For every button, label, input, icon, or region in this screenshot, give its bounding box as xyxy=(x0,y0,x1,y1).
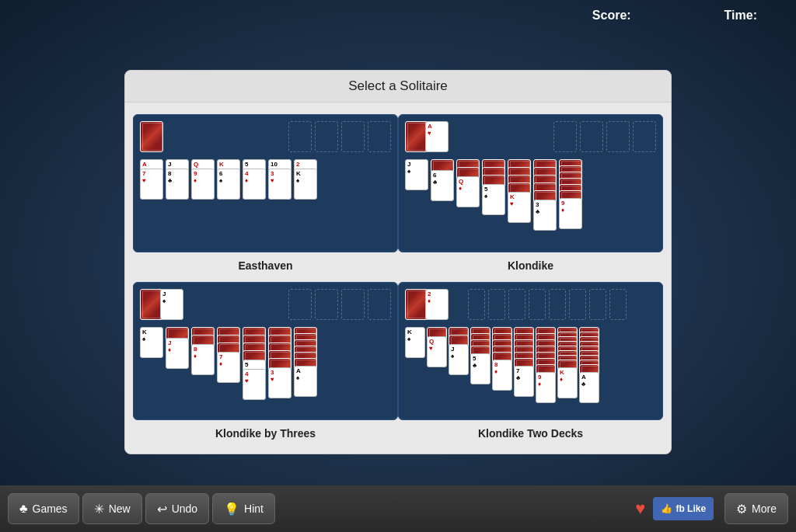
easthaven-preview: A♥ 7♥ J♠ 8♣ xyxy=(140,121,391,245)
game-grid: A♥ 7♥ J♠ 8♣ xyxy=(125,103,671,454)
game-preview-klondike-threes[interactable]: J♠ K♠ xyxy=(133,282,398,420)
fb-like-label: fb Like xyxy=(676,503,706,514)
card: 3♥ xyxy=(268,169,292,200)
empty-slot xyxy=(569,289,586,320)
waste-card: 2♦ xyxy=(425,289,449,320)
empty-slot xyxy=(633,121,656,152)
card: 9♦ xyxy=(191,169,215,200)
heart-area: ♥ 👍 fb Like xyxy=(635,497,714,520)
klondike-two-preview: 2♦ xyxy=(405,289,656,413)
undo-icon: ↩ xyxy=(157,502,167,516)
header: Score: Time: xyxy=(0,0,796,31)
deck-card xyxy=(140,121,163,152)
games-label: Games xyxy=(33,502,68,515)
card: 7♥ xyxy=(140,169,163,200)
empty-slot xyxy=(368,121,391,152)
waste-card: J♠ xyxy=(160,289,183,320)
card: 5♣ xyxy=(470,353,491,384)
card: 6♣ xyxy=(431,170,454,201)
card: 7♦ xyxy=(217,352,240,383)
card: K♠ xyxy=(140,327,163,358)
card: 4♦ xyxy=(243,169,266,200)
games-button[interactable]: ♣ Games xyxy=(8,493,79,524)
game-cell-klondike-threes[interactable]: J♠ K♠ xyxy=(133,278,398,446)
card: A♣ xyxy=(579,372,599,403)
card: 8♦ xyxy=(492,360,512,391)
card: J♦ xyxy=(166,338,189,369)
card: J♠ xyxy=(405,159,428,190)
card: 8♣ xyxy=(166,169,189,200)
card: 5♠ xyxy=(482,184,505,215)
card: 9♦ xyxy=(536,372,556,403)
undo-label: Undo xyxy=(172,502,197,515)
fb-like-button[interactable]: 👍 fb Like xyxy=(653,497,714,520)
card: 6♠ xyxy=(217,169,240,200)
card: 4♥ xyxy=(243,369,266,400)
game-preview-klondike-two[interactable]: 2♦ xyxy=(398,282,663,420)
card: Q♥ xyxy=(427,336,447,367)
games-icon: ♣ xyxy=(19,502,28,516)
game-preview-klondike[interactable]: A♥ J♠ xyxy=(398,114,663,252)
score-label: Score: xyxy=(592,9,631,23)
empty-slot xyxy=(288,121,312,152)
more-label: More xyxy=(752,502,777,515)
empty-slot xyxy=(315,121,338,152)
card: 3♥ xyxy=(268,367,292,398)
hint-button[interactable]: 💡 Hint xyxy=(212,493,275,524)
card: K♦ xyxy=(557,367,578,398)
card: K♥ xyxy=(508,192,531,223)
empty-slot xyxy=(468,289,485,320)
empty-slot xyxy=(549,289,566,320)
fb-thumb-icon: 👍 xyxy=(661,503,672,514)
empty-slot xyxy=(508,289,525,320)
empty-slot xyxy=(488,289,505,320)
game-label-klondike-threes: Klondike by Threes xyxy=(215,424,316,446)
time-label: Time: xyxy=(724,9,757,23)
game-label-klondike-two: Klondike Two Decks xyxy=(478,424,583,446)
dialog-title: Select a Solitaire xyxy=(125,71,671,103)
empty-slot xyxy=(553,121,577,152)
heart-icon: ♥ xyxy=(635,499,645,519)
game-preview-easthaven[interactable]: A♥ 7♥ J♠ 8♣ xyxy=(133,114,398,252)
empty-slot xyxy=(580,121,603,152)
new-icon: ✳ xyxy=(94,502,104,516)
empty-slot xyxy=(609,289,627,320)
undo-button[interactable]: ↩ Undo xyxy=(145,493,209,524)
card: 9♦ xyxy=(559,198,582,229)
empty-slot xyxy=(368,289,391,320)
new-label: New xyxy=(109,502,131,515)
waste-card: A♥ xyxy=(425,121,449,152)
empty-slot xyxy=(589,289,606,320)
empty-slot xyxy=(288,289,312,320)
empty-slot xyxy=(315,289,338,320)
card: A♠ xyxy=(294,366,317,397)
klondike-preview: A♥ J♠ xyxy=(405,121,656,245)
empty-slot xyxy=(529,289,546,320)
card: K♠ xyxy=(405,327,425,358)
toolbar: ♣ Games ✳ New ↩ Undo 💡 Hint ♥ 👍 fb Like … xyxy=(0,485,796,532)
card: 7♣ xyxy=(514,366,534,397)
game-label-easthaven: Easthaven xyxy=(238,256,292,278)
hint-icon: 💡 xyxy=(224,502,239,516)
card: 8♦ xyxy=(191,344,215,375)
game-cell-easthaven[interactable]: A♥ 7♥ J♠ 8♣ xyxy=(133,110,398,278)
klondike-threes-preview: J♠ K♠ xyxy=(140,289,391,413)
empty-slot xyxy=(341,289,365,320)
game-cell-klondike[interactable]: A♥ J♠ xyxy=(398,110,663,278)
more-icon: ⚙ xyxy=(736,502,747,516)
more-button[interactable]: ⚙ More xyxy=(724,493,788,524)
game-label-klondike: Klondike xyxy=(508,256,553,278)
game-select-dialog: Select a Solitaire xyxy=(124,70,672,454)
empty-slot xyxy=(341,121,365,152)
game-cell-klondike-two[interactable]: 2♦ xyxy=(398,278,663,446)
empty-slot xyxy=(606,121,630,152)
card: J♠ xyxy=(449,344,469,375)
card: K♠ xyxy=(294,169,317,200)
new-button[interactable]: ✳ New xyxy=(82,493,142,524)
hint-label: Hint xyxy=(244,502,264,515)
card: 3♣ xyxy=(533,200,557,231)
card: Q♦ xyxy=(456,176,480,207)
